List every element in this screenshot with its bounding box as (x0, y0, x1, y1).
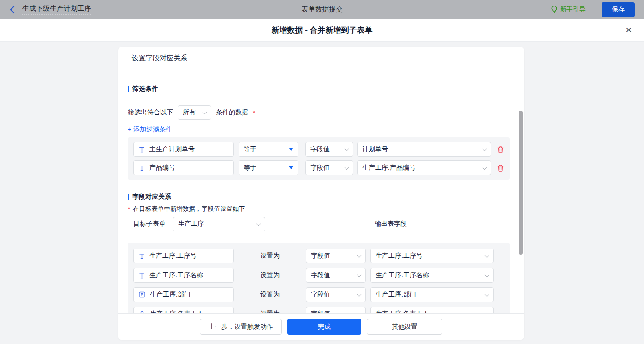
mapping-row: 生产工序.工序号 设置为 字段值 生产工序.工序号 (133, 249, 504, 263)
mapping-field-label: 生产工序.部门 (150, 291, 191, 299)
required-mark: * (253, 109, 255, 116)
value-label: 计划单号 (362, 145, 388, 154)
card-title: 设置字段对应关系 (118, 47, 524, 70)
chevron-left-icon (9, 6, 16, 14)
value-type-select[interactable]: 字段值 (305, 160, 353, 175)
previous-step-button[interactable]: 上一步：设置触发动作 (200, 319, 282, 335)
chevron-down-icon (345, 147, 349, 151)
filter-row: 主生产计划单号 等于 字段值 计划单号 (133, 142, 504, 157)
chevron-down-icon (357, 273, 362, 277)
set-as-label: 设置为 (234, 271, 306, 279)
guide-label: 新手引导 (560, 6, 586, 14)
add-filter-condition-link[interactable]: + 添加过滤条件 (128, 125, 172, 134)
department-icon (138, 291, 146, 298)
value-type-label: 字段值 (311, 291, 330, 299)
value-type-label: 字段值 (311, 252, 330, 260)
value-select[interactable]: 生产工序.工序号 (370, 249, 494, 263)
required-mark: * (128, 206, 130, 213)
value-type-select[interactable]: 字段值 (305, 142, 353, 157)
value-select[interactable]: 计划单号 (357, 142, 491, 157)
target-subform-select[interactable]: 生产工序 (173, 217, 265, 231)
mapping-field-select[interactable]: 生产工序.工序名称 (133, 268, 234, 283)
sentence-suffix: 条件的数据 (216, 108, 248, 117)
beginner-guide-link[interactable]: 新手引导 (551, 6, 586, 14)
value-label: 生产工序.产品编号 (362, 164, 416, 172)
chevron-down-icon (357, 253, 362, 258)
operator-value: 等于 (244, 145, 256, 154)
mapping-section-label: 字段对应关系 (132, 193, 171, 201)
close-icon[interactable]: ✕ (626, 26, 632, 34)
sentence-prefix: 筛选出符合以下 (128, 108, 173, 117)
section-accent-bar (128, 194, 129, 200)
section-accent-bar (128, 86, 129, 92)
chevron-down-icon (203, 110, 207, 114)
page-title: 表单数据提交 (0, 5, 644, 14)
chevron-down-icon (483, 165, 487, 170)
filter-row: 产品编号 等于 字段值 生产工序.产品编号 (133, 160, 504, 175)
value-select[interactable]: 生产工序.部门 (370, 287, 494, 302)
modal-body: 设置字段对应关系 筛选条件 筛选出符合以下 所有 条件的数据 * + 添加过滤条… (0, 42, 644, 344)
target-subform-value: 生产工序 (178, 220, 204, 228)
mapping-row: 生产工序.部门 设置为 字段值 生产工序.部门 (133, 287, 504, 302)
mapping-field-select[interactable]: 生产工序.工序号 (133, 249, 234, 263)
operator-value: 等于 (244, 164, 256, 172)
caret-down-icon (289, 148, 293, 151)
value-select[interactable]: 生产工序.工序名称 (370, 268, 494, 283)
finish-button[interactable]: 完成 (287, 319, 361, 335)
modal-title: 新增数据 - 合并新增到子表单 (271, 25, 372, 36)
value-label: 生产工序.工序号 (376, 252, 423, 260)
chevron-down-icon (485, 292, 489, 297)
mapping-field-select[interactable]: 生产工序.部门 (133, 287, 234, 302)
other-settings-button[interactable]: 其他设置 (367, 319, 442, 335)
chevron-down-icon (485, 253, 489, 258)
value-type-select[interactable]: 字段值 (306, 268, 366, 283)
target-subform-label: 目标子表单 (133, 220, 166, 228)
value-type-select[interactable]: 字段值 (306, 249, 366, 263)
mapping-row: 生产工序.工序名称 设置为 字段值 生产工序.工序名称 (133, 268, 504, 283)
save-button[interactable]: 保存 (602, 2, 635, 17)
chevron-down-icon (357, 292, 362, 297)
chevron-down-icon (256, 221, 261, 226)
flow-title[interactable]: 生成下级生产计划工序 (22, 4, 91, 15)
chevron-down-icon (485, 273, 489, 277)
set-as-label: 设置为 (234, 291, 306, 299)
card-footer: 上一步：设置触发动作 完成 其他设置 (118, 313, 524, 340)
filter-field-select[interactable]: 主生产计划单号 (133, 142, 234, 157)
value-type-label: 字段值 (310, 145, 330, 154)
value-type-label: 字段值 (310, 164, 330, 172)
mapping-hint-text: 在目标表单中新增数据，字段值设置如下 (133, 205, 245, 213)
modal-header: 新增数据 - 合并新增到子表单 ✕ (0, 19, 644, 42)
value-type-select[interactable]: 字段值 (306, 287, 366, 302)
mapping-field-label: 生产工序.工序名称 (149, 271, 203, 279)
value-label: 生产工序.工序名称 (376, 271, 429, 279)
set-as-label: 设置为 (234, 252, 306, 260)
top-bar: 生成下级生产计划工序 表单数据提交 新手引导 保存 (0, 0, 644, 19)
operator-select[interactable]: 等于 (239, 142, 298, 157)
delete-condition-button[interactable] (497, 146, 504, 154)
output-fields-label: 输出表字段 (375, 220, 407, 228)
filter-rows-panel: 主生产计划单号 等于 字段值 计划单号 (128, 137, 510, 180)
scrollbar-thumb[interactable] (519, 111, 523, 255)
mapping-field-label: 生产工序.工序号 (149, 252, 197, 260)
match-mode-select[interactable]: 所有 (178, 105, 211, 120)
trash-icon (497, 146, 504, 154)
text-field-icon (138, 146, 145, 153)
filter-field-select[interactable]: 产品编号 (133, 160, 234, 175)
lightbulb-icon (551, 6, 558, 13)
chevron-down-icon (483, 147, 487, 151)
text-field-icon (138, 253, 145, 260)
value-type-label: 字段值 (311, 271, 330, 279)
card-scroll-area: 筛选条件 筛选出符合以下 所有 条件的数据 * + 添加过滤条件 (118, 85, 524, 327)
filter-section-label: 筛选条件 (132, 85, 158, 93)
filter-section-title: 筛选条件 (128, 85, 510, 93)
trash-icon (497, 164, 504, 172)
settings-card: 设置字段对应关系 筛选条件 筛选出符合以下 所有 条件的数据 * + 添加过滤条… (118, 47, 524, 340)
caret-down-icon (289, 166, 293, 169)
value-select[interactable]: 生产工序.产品编号 (357, 160, 491, 175)
filter-field-label: 主生产计划单号 (149, 145, 195, 154)
mapping-section-title: 字段对应关系 (128, 193, 510, 201)
mapping-hint: * 在目标表单中新增数据，字段值设置如下 (128, 205, 510, 213)
operator-select[interactable]: 等于 (239, 160, 298, 175)
back-button[interactable] (9, 6, 16, 14)
delete-condition-button[interactable] (497, 164, 504, 172)
